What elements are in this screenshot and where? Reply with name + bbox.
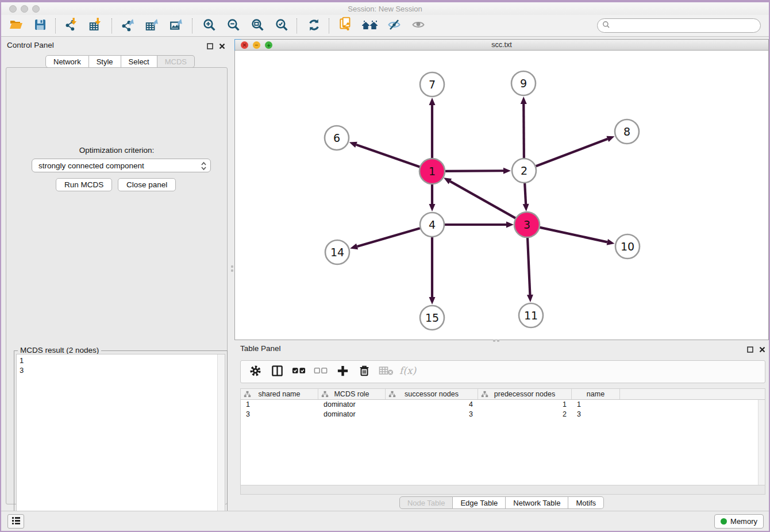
close-table-panel-icon[interactable] [759, 345, 765, 355]
table-row[interactable]: 3dominator323 [241, 410, 765, 419]
tab-network-table[interactable]: Network Table [506, 496, 568, 509]
column-header-label: name [587, 390, 605, 398]
gear-button[interactable] [245, 363, 265, 380]
column-header-shared-name[interactable]: shared name [241, 389, 318, 399]
table-cell[interactable]: 4 [386, 400, 478, 410]
graph-node-7[interactable]: 7 [420, 72, 444, 97]
result-scrollbar[interactable] [217, 354, 225, 532]
graph-edge-1-7[interactable] [429, 98, 436, 159]
export-network-button[interactable] [118, 17, 139, 34]
graph-node-6[interactable]: 6 [325, 126, 349, 150]
horizontal-splitter-handle[interactable] [493, 339, 506, 342]
graph-node-14[interactable]: 14 [325, 240, 349, 264]
copy-network-button[interactable] [336, 17, 356, 34]
graph-node-3[interactable]: 3 [514, 212, 540, 237]
search-input[interactable] [613, 21, 756, 30]
tab-mcds[interactable]: MCDS [157, 55, 195, 68]
zoom-out-button[interactable] [223, 17, 244, 34]
add-button[interactable] [333, 363, 352, 380]
graph-edge-1-4[interactable] [429, 184, 436, 211]
tab-motifs[interactable]: Motifs [568, 496, 604, 509]
export-image-button[interactable] [167, 17, 187, 34]
search-box[interactable] [597, 18, 761, 33]
graph-edge-2-9[interactable] [521, 97, 527, 158]
search-icon [602, 21, 610, 31]
zoom-selected-button[interactable] [271, 17, 292, 34]
graph-node-2[interactable]: 2 [512, 159, 536, 183]
column-header-successor-nodes[interactable]: successor nodes [386, 389, 478, 399]
titlebar: Session: New Session [1, 2, 769, 15]
vertical-splitter-handle[interactable] [230, 265, 234, 278]
select-all-button[interactable] [289, 363, 309, 380]
zoom-in-button[interactable] [199, 17, 220, 34]
table-cell[interactable]: 1 [572, 400, 620, 410]
close-panel-button[interactable]: Close panel [118, 178, 176, 191]
import-network-icon [65, 17, 80, 34]
open-folder-button[interactable] [6, 17, 26, 34]
table-cell[interactable]: 3 [241, 410, 318, 419]
memory-label: Memory [730, 517, 757, 526]
import-table-icon [89, 17, 104, 34]
home-button[interactable] [360, 17, 380, 34]
import-network-button[interactable] [62, 17, 83, 34]
graph-edge-1-2[interactable] [445, 168, 511, 174]
table-cell[interactable]: 1 [241, 400, 318, 410]
graph-node-10[interactable]: 10 [615, 234, 640, 259]
memory-button[interactable]: Memory [714, 514, 764, 529]
mcds-result-textarea[interactable]: 13 [16, 354, 225, 532]
memory-status-icon [721, 518, 727, 525]
graph-node-8[interactable]: 8 [615, 119, 639, 144]
task-history-button[interactable] [7, 514, 24, 529]
optimization-criterion-select[interactable]: strongly connected component [32, 159, 211, 172]
float-table-panel-icon[interactable] [747, 345, 753, 355]
table-scrollbar[interactable] [758, 400, 765, 485]
tab-edge-table[interactable]: Edge Table [453, 496, 506, 509]
refresh-button[interactable] [303, 17, 324, 34]
network-canvas[interactable]: 7968124314101511 [235, 51, 768, 340]
import-table-button[interactable] [86, 17, 107, 34]
delete-button[interactable] [355, 363, 374, 380]
graph-edge-2-8[interactable] [536, 136, 615, 167]
table-row[interactable]: 1dominator411 [241, 400, 765, 410]
table-cell[interactable]: 3 [572, 410, 620, 419]
run-mcds-button[interactable]: Run MCDS [56, 178, 112, 191]
table-hscroll-strip[interactable] [240, 485, 765, 495]
graph-edge-4-15[interactable] [429, 237, 436, 304]
graph-edge-3-1[interactable] [444, 178, 516, 218]
home-icon [361, 18, 379, 34]
tab-style[interactable]: Style [89, 55, 121, 68]
network-view-window: ✕ − ＋ scc.txt 7968124314101511 [234, 39, 769, 340]
column-header-name[interactable]: name [572, 389, 620, 399]
graph-edge-4-14[interactable] [350, 228, 420, 249]
close-panel-icon[interactable] [219, 41, 225, 52]
graph-node-9[interactable]: 9 [511, 71, 536, 95]
window-top-accent [1, 0, 769, 2]
float-panel-icon[interactable] [207, 41, 213, 52]
tab-node-table[interactable]: Node Table [399, 496, 453, 509]
graph-node-1[interactable]: 1 [419, 159, 445, 184]
graph-node-11[interactable]: 11 [519, 303, 543, 327]
table-cell[interactable]: 3 [386, 410, 478, 419]
column-header-label: successor nodes [405, 390, 459, 398]
table-cell[interactable]: dominator [318, 400, 386, 410]
eye-slash-button[interactable] [384, 17, 405, 34]
column-header-predecessor-nodes[interactable]: predecessor nodes [478, 389, 572, 399]
graph-node-15[interactable]: 15 [420, 306, 444, 330]
zoom-fit-button[interactable] [247, 17, 268, 34]
column-view-button[interactable] [267, 363, 287, 380]
save-button[interactable] [30, 17, 51, 34]
tab-select[interactable]: Select [121, 55, 157, 68]
table-cell[interactable]: dominator [318, 410, 386, 419]
graph-edge-1-6[interactable] [349, 142, 421, 167]
table-cell[interactable]: 1 [478, 400, 572, 410]
column-header-MCDS-role[interactable]: MCDS role [318, 389, 386, 399]
deselect-all-button[interactable] [311, 363, 330, 380]
table-cell[interactable]: 2 [478, 410, 572, 419]
graph-edge-4-3[interactable] [445, 222, 514, 228]
graph-edge-3-10[interactable] [539, 228, 614, 245]
tab-network[interactable]: Network [45, 55, 89, 68]
graph-edge-3-11[interactable] [527, 237, 533, 302]
export-table-button[interactable] [143, 17, 163, 34]
graph-edge-2-3[interactable] [523, 183, 529, 211]
graph-node-4[interactable]: 4 [420, 213, 444, 237]
